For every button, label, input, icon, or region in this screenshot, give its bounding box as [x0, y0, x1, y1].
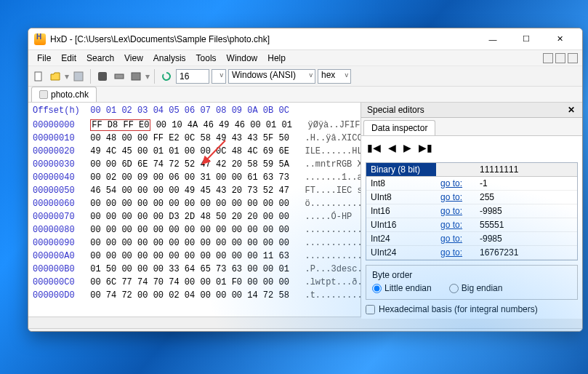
encoding-dropdown[interactable]: Windows (ANSI): [228, 69, 315, 84]
type-name: Int24: [366, 232, 436, 245]
hex-row[interactable]: 00000090 00 00 00 00 00 00 00 00 00 00 0…: [33, 236, 356, 250]
tab-data-inspector[interactable]: Data inspector: [363, 120, 435, 135]
nav-arrows: ▮◀ ◀ ▶ ▶▮: [366, 140, 578, 158]
disk-icon[interactable]: [95, 69, 110, 84]
inspector-header: Binary (8 bit) 11111111: [366, 163, 577, 177]
menu-analysis[interactable]: Analysis: [149, 52, 190, 65]
save-icon[interactable]: [71, 69, 86, 84]
inspector-row: UInt8go to:255: [366, 191, 577, 204]
document-tabbar: photo.chk: [28, 87, 582, 103]
goto-link[interactable]: go to:: [436, 232, 475, 245]
menu-edit[interactable]: Edit: [57, 52, 81, 65]
bytes-per-row-dropdown[interactable]: [212, 69, 226, 84]
svg-rect-2: [98, 72, 107, 81]
inspector-row: UInt16go to:55551: [366, 218, 577, 232]
base-value: hex: [321, 70, 335, 80]
menu-help[interactable]: Help: [263, 52, 290, 65]
hex-row[interactable]: 00000050 46 54 00 00 00 00 49 45 43 20 7…: [33, 184, 356, 197]
nav-next-icon[interactable]: ▶: [403, 142, 411, 154]
svg-rect-3: [115, 74, 124, 79]
file-icon: [39, 90, 48, 99]
hex-basis-checkbox[interactable]: Hexadecimal basis (for integral numbers): [366, 304, 578, 314]
binary-label: Binary (8 bit): [366, 163, 436, 176]
panel-body: ▮◀ ◀ ▶ ▶▮ Binary (8 bit) 11111111 Int8go…: [361, 136, 582, 319]
new-file-icon[interactable]: [31, 69, 46, 84]
inspector-row: Int8go to:-1: [366, 177, 577, 191]
inspector-row: UInt24go to:16767231: [366, 246, 577, 260]
maximize-button[interactable]: ☐: [510, 28, 543, 50]
hex-row[interactable]: 00000000 FF D8 FF E0 00 10 4A 46 49 46 0…: [33, 119, 356, 132]
panel-header: Special editors ✕: [361, 103, 582, 118]
menu-window[interactable]: Window: [222, 52, 262, 65]
svg-rect-1: [74, 72, 83, 81]
mdi-minimize-icon[interactable]: [543, 53, 553, 63]
menu-view[interactable]: View: [120, 52, 148, 65]
document-tab[interactable]: photo.chk: [31, 87, 97, 102]
menu-file[interactable]: File: [33, 52, 55, 65]
mdi-close-icon[interactable]: [568, 53, 578, 63]
type-name: UInt8: [366, 191, 436, 204]
menu-tools[interactable]: Tools: [192, 52, 221, 65]
panel-tabs: Data inspector: [361, 118, 582, 136]
content-area: Offset(h) 00 01 02 03 04 05 06 07 08 09 …: [28, 103, 582, 317]
hex-row[interactable]: 00000080 00 00 00 00 00 00 00 00 00 00 0…: [33, 223, 356, 236]
mdi-restore-icon[interactable]: [555, 53, 565, 63]
radio-little-endian[interactable]: Little endian: [372, 283, 432, 293]
close-button[interactable]: ✕: [543, 28, 576, 50]
type-name: UInt24: [366, 246, 436, 259]
hex-column-header: Offset(h) 00 01 02 03 04 05 06 07 08 09 …: [33, 106, 356, 119]
hex-row[interactable]: 00000060 00 00 00 00 00 00 00 00 00 00 0…: [33, 197, 356, 210]
nav-prev-icon[interactable]: ◀: [388, 142, 396, 154]
goto-link[interactable]: go to:: [436, 204, 475, 218]
statusbar: Offset(h): 0: [28, 328, 582, 332]
window-controls: — ☐ ✕: [476, 28, 576, 50]
menu-search[interactable]: Search: [82, 52, 118, 65]
hxd-window: HxD - [C:\Users\Lex\Documents\Sample Fil…: [28, 28, 583, 332]
mdi-controls: [543, 53, 578, 63]
horizontal-scrollbar[interactable]: [28, 317, 582, 328]
nav-first-icon[interactable]: ▮◀: [367, 142, 381, 154]
hex-row[interactable]: 000000B0 01 50 00 00 00 33 64 65 73 63 0…: [33, 263, 356, 276]
goto-link[interactable]: go to:: [436, 191, 475, 204]
titlebar: HxD - [C:\Users\Lex\Documents\Sample Fil…: [28, 28, 582, 50]
panel-title: Special editors: [367, 105, 424, 115]
encoding-value: Windows (ANSI): [232, 70, 296, 80]
hex-row[interactable]: 00000010 00 48 00 00 FF E2 0C 58 49 43 4…: [33, 132, 356, 145]
hex-row[interactable]: 00000020 49 4C 45 00 01 01 00 00 0C 48 4…: [33, 145, 356, 158]
svg-rect-0: [35, 72, 41, 81]
type-name: UInt16: [366, 218, 436, 231]
window-title: HxD - [C:\Users\Lex\Documents\Sample Fil…: [50, 34, 270, 44]
goto-link[interactable]: go to:: [436, 218, 475, 231]
ram-icon[interactable]: [112, 69, 126, 84]
open-file-icon[interactable]: [48, 69, 63, 84]
hex-row[interactable]: 00000070 00 00 00 00 00 D3 2D 48 50 20 2…: [33, 210, 356, 223]
hex-row[interactable]: 000000A0 00 00 00 00 00 00 00 00 00 00 0…: [33, 250, 356, 263]
disk2-icon[interactable]: [129, 69, 143, 84]
hex-row[interactable]: 00000030 00 00 6D 6E 74 72 52 47 42 20 5…: [33, 158, 356, 171]
inspector-row: Int24go to:-9985: [366, 232, 577, 246]
hex-view[interactable]: Offset(h) 00 01 02 03 04 05 06 07 08 09 …: [28, 103, 361, 317]
type-value: -1: [475, 177, 577, 190]
hex-row[interactable]: 00000040 00 02 00 09 00 06 00 31 00 00 6…: [33, 171, 356, 184]
hex-row[interactable]: 000000D0 00 74 72 00 00 02 04 00 00 00 1…: [33, 289, 356, 302]
type-value: 255: [475, 191, 577, 204]
nav-last-icon[interactable]: ▶▮: [419, 142, 432, 154]
toolbar: ▾ ▾ Windows (ANSI) hex: [28, 66, 582, 87]
bytes-per-row-input[interactable]: [176, 69, 209, 84]
minimize-button[interactable]: —: [476, 28, 510, 50]
goto-link[interactable]: go to:: [436, 246, 475, 259]
goto-link[interactable]: go to:: [436, 177, 475, 190]
byte-order-fieldset: Byte order Little endian Big endian: [366, 265, 578, 300]
type-name: Int8: [366, 177, 436, 190]
byte-order-legend: Byte order: [372, 270, 571, 280]
type-value: -9985: [475, 232, 577, 245]
panel-close-icon[interactable]: ✕: [566, 105, 576, 115]
hex-row[interactable]: 000000C0 00 6C 77 74 70 74 00 00 01 F0 0…: [33, 276, 356, 289]
base-dropdown[interactable]: hex: [318, 69, 351, 84]
menubar: File Edit Search View Analysis Tools Win…: [28, 50, 582, 66]
refresh-icon[interactable]: [159, 69, 174, 84]
binary-value: 11111111: [475, 163, 577, 176]
status-offset: Offset(h): 0: [34, 331, 78, 333]
type-value: -9985: [475, 204, 577, 218]
radio-big-endian[interactable]: Big endian: [449, 283, 503, 293]
